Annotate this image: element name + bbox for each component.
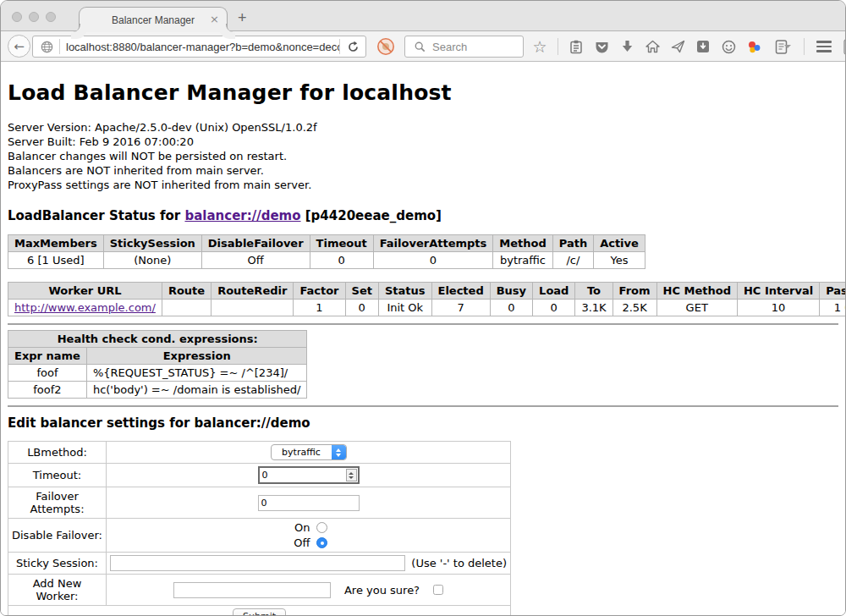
save-to-device-icon[interactable] — [695, 39, 711, 54]
balancer-demo-link[interactable]: balancer://demo — [184, 208, 300, 223]
downloads-icon[interactable] — [619, 39, 634, 54]
confirm-label: Are you sure? — [344, 584, 420, 597]
bookmarks-clipboard-icon[interactable] — [569, 39, 584, 54]
table-header-row: Worker URL Route RouteRedir Factor Set S… — [8, 283, 846, 300]
balancer-status-table: MaxMembers StickySession DisableFailover… — [8, 234, 645, 269]
back-button[interactable]: ← — [8, 35, 30, 58]
failover-attempts-label: Failover Attempts: — [8, 487, 107, 519]
col-header: MaxMembers — [8, 235, 104, 252]
col-header: Load — [533, 283, 575, 300]
worker-row: http://www.example.com/ 1 0 Init Ok 7 0 … — [8, 300, 846, 316]
loadbalancer-status-heading: LoadBalancer Status for balancer://demo … — [8, 208, 838, 223]
cell-worker-url: http://www.example.com/ — [8, 300, 162, 316]
col-header: To — [575, 283, 613, 300]
tab-close-icon[interactable]: × — [210, 14, 219, 25]
server-info: Server Version: Apache/2.5.0-dev (Unix) … — [8, 120, 838, 192]
page-title: Load Balancer Manager for localhost — [8, 80, 838, 105]
form-row-submit: Submit — [8, 606, 511, 616]
col-header: DisableFailover — [201, 235, 310, 252]
radio-on-label: On — [290, 521, 310, 534]
cell-to: 3.1K — [575, 300, 613, 316]
form-row-lbmethod: LBmethod: bytraffic — [8, 442, 511, 464]
url-divider — [59, 39, 60, 54]
pocket-icon[interactable] — [594, 39, 609, 54]
cell-hc-method: GET — [656, 300, 737, 316]
zoom-window-button[interactable] — [46, 12, 56, 22]
lbmethod-select[interactable]: bytraffic — [271, 444, 347, 460]
cell-maxmembers: 6 [1 Used] — [8, 252, 104, 269]
cell-load: 0 — [533, 300, 575, 316]
table-caption-row: Health check cond. expressions: — [8, 331, 307, 348]
table-header-row: MaxMembers StickySession DisableFailover… — [8, 235, 645, 252]
cell-stickysession: (None) — [103, 252, 201, 269]
section-divider — [8, 323, 838, 325]
section-divider-2 — [8, 405, 838, 407]
col-header: HC Method — [656, 283, 737, 300]
minimize-window-button[interactable] — [29, 12, 39, 22]
url-text[interactable]: localhost:8880/balancer-manager?b=demo&n… — [66, 41, 339, 53]
search-icon — [412, 39, 427, 54]
plugin-blocked-icon[interactable] — [376, 37, 395, 56]
radio-off-label: Off — [290, 536, 310, 549]
send-tab-plane-icon[interactable] — [670, 39, 685, 54]
proxypass-warning-line: ProxyPass settings are NOT inherited fro… — [8, 178, 838, 192]
new-tab-button[interactable]: + — [238, 9, 247, 27]
col-header: Status — [378, 283, 431, 300]
tab-strip: Balancer Manager × + — [1, 1, 845, 31]
sidebar-panel-icon[interactable] — [772, 39, 794, 54]
cell-disablefailover: Off — [201, 252, 310, 269]
sticky-session-label: Sticky Session: — [8, 553, 107, 575]
search-bar[interactable]: Search — [404, 36, 524, 58]
cell-busy: 0 — [490, 300, 532, 316]
timeout-input[interactable] — [258, 466, 360, 484]
cell-passes: 1 (0) — [820, 300, 845, 316]
cell-status: Init Ok — [378, 300, 431, 316]
feedback-smiley-icon[interactable] — [721, 39, 736, 54]
site-identity-globe-icon[interactable] — [39, 39, 54, 54]
reload-icon[interactable] — [345, 39, 360, 54]
cell-path: /c/ — [552, 252, 593, 269]
toolbar-separator-2 — [804, 38, 805, 55]
number-stepper-icon[interactable] — [346, 469, 357, 481]
disable-failover-label: Disable Failover: — [8, 519, 107, 553]
submit-cell: Submit — [8, 606, 511, 616]
url-bar[interactable]: localhost:8880/balancer-manager?b=demo&n… — [32, 36, 366, 58]
sticky-session-input[interactable] — [110, 555, 405, 571]
disable-failover-on-radio[interactable] — [316, 522, 327, 533]
disable-failover-off-radio[interactable] — [316, 537, 327, 548]
cell-hc-interval: 10 — [737, 300, 819, 316]
chevron-down-icon — [784, 45, 791, 48]
col-header: Active — [594, 235, 645, 252]
submit-button[interactable]: Submit — [233, 608, 286, 615]
col-header: HC Interval — [737, 283, 819, 300]
home-icon[interactable] — [645, 39, 660, 54]
bookmark-star-icon[interactable]: ☆ — [532, 39, 547, 54]
tab-title: Balancer Manager — [112, 14, 195, 26]
add-worker-input[interactable] — [173, 582, 331, 598]
cell-expression: %{REQUEST_STATUS} =~ /^[234]/ — [86, 365, 307, 382]
menu-hamburger-icon[interactable] — [815, 39, 833, 54]
cell-set: 0 — [345, 300, 378, 316]
failover-attempts-input[interactable] — [258, 495, 360, 511]
worker-url-link[interactable]: http://www.example.com/ — [14, 301, 156, 314]
health-table-caption: Health check cond. expressions: — [8, 331, 307, 348]
tab-balancer-manager[interactable]: Balancer Manager × — [79, 7, 228, 32]
adblock-colored-dots-icon[interactable] — [746, 39, 761, 54]
col-header: Worker URL — [8, 283, 162, 300]
balancer-settings-form: LBmethod: bytraffic Timeout: — [8, 441, 511, 615]
close-window-button[interactable] — [12, 12, 22, 22]
back-icon: ← — [14, 39, 25, 54]
inherit-warning-line: Balancers are NOT inherited from main se… — [8, 163, 838, 178]
search-placeholder[interactable]: Search — [432, 41, 467, 53]
confirm-checkbox[interactable] — [433, 585, 443, 595]
failover-attempts-cell — [107, 487, 511, 519]
add-worker-label: Add New Worker: — [8, 575, 107, 606]
edit-settings-heading: Edit balancer settings for balancer://de… — [8, 415, 838, 431]
toolbar-separator — [558, 38, 558, 55]
col-header: Path — [552, 235, 593, 252]
col-header: Passes — [820, 283, 845, 300]
col-header: Method — [493, 235, 552, 252]
window-controls[interactable] — [12, 12, 56, 22]
timeout-label: Timeout: — [8, 464, 107, 487]
col-header: Timeout — [310, 235, 373, 252]
